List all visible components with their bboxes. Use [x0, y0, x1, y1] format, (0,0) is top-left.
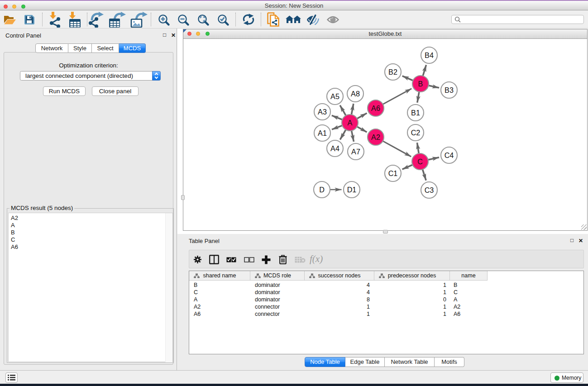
svg-text:A: A — [348, 119, 353, 127]
svg-text:C: C — [417, 157, 423, 166]
svg-text:B: B — [418, 80, 423, 88]
svg-text:B1: B1 — [411, 109, 420, 117]
svg-text:A7: A7 — [351, 148, 360, 156]
svg-text:C3: C3 — [425, 186, 434, 194]
svg-text:A6: A6 — [371, 104, 380, 112]
svg-text:D1: D1 — [347, 186, 357, 194]
svg-text:D: D — [319, 186, 325, 194]
svg-text:B4: B4 — [425, 51, 434, 59]
svg-text:C1: C1 — [388, 169, 398, 177]
svg-text:C2: C2 — [411, 129, 421, 137]
svg-text:C4: C4 — [445, 151, 454, 159]
svg-text:B2: B2 — [388, 68, 397, 76]
svg-text:A5: A5 — [330, 92, 339, 100]
svg-text:A1: A1 — [318, 129, 327, 137]
svg-text:B3: B3 — [445, 86, 454, 94]
svg-text:A2: A2 — [371, 133, 380, 141]
svg-text:A4: A4 — [330, 144, 339, 152]
svg-text:A3: A3 — [318, 108, 327, 116]
svg-text:A8: A8 — [351, 90, 360, 98]
